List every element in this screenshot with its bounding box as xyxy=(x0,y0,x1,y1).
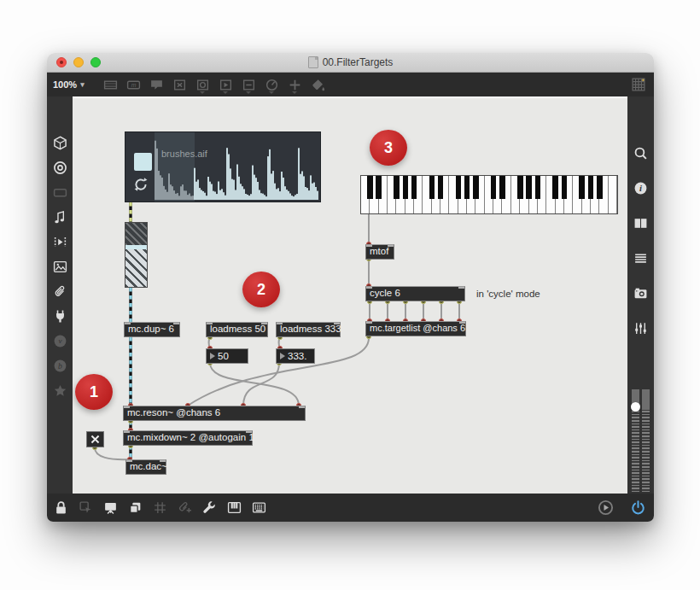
volume-knob[interactable] xyxy=(631,402,640,412)
svg-text:b: b xyxy=(58,361,62,371)
object-mc-dac[interactable]: mc.dac~ xyxy=(125,459,166,475)
paperclip-icon[interactable] xyxy=(53,284,67,299)
play-square-button[interactable] xyxy=(134,153,152,171)
black-key[interactable] xyxy=(403,176,409,199)
black-key[interactable] xyxy=(411,176,417,199)
black-key[interactable] xyxy=(473,176,479,199)
object-mtof[interactable]: mtof xyxy=(365,244,394,260)
select-region-icon[interactable] xyxy=(79,500,93,515)
cube-icon[interactable] xyxy=(53,136,67,150)
b-badge-icon[interactable]: b xyxy=(53,359,67,373)
star-icon[interactable] xyxy=(53,383,67,398)
black-key[interactable] xyxy=(535,176,541,199)
object-mc-targetlist[interactable]: mc.targetlist @chans 6 xyxy=(365,321,466,336)
black-key[interactable] xyxy=(597,176,603,199)
zoom-window-button[interactable] xyxy=(90,57,101,67)
object-mc-reson[interactable]: mc.reson~ @chans 6 xyxy=(123,406,306,421)
white-key[interactable] xyxy=(609,176,617,213)
gain-slider-object[interactable] xyxy=(125,222,148,288)
close-button[interactable] xyxy=(56,57,67,67)
new-dial-icon[interactable] xyxy=(265,78,279,92)
zoom-level-control[interactable]: 100% ▾ xyxy=(53,79,85,90)
music-note-icon[interactable] xyxy=(53,210,67,225)
black-key[interactable] xyxy=(517,176,523,199)
loop-icon[interactable] xyxy=(133,177,149,192)
screenshot-stage: 00.FilterTargets 100% ▾ m vb xyxy=(0,0,700,590)
black-key[interactable] xyxy=(491,176,497,199)
gain-slider-lower xyxy=(125,249,147,287)
object-palette-grid-icon[interactable] xyxy=(630,76,647,93)
minimize-button[interactable] xyxy=(73,57,84,67)
main-area: vb xyxy=(47,96,654,494)
window-title-text: 00.FilterTargets xyxy=(323,56,394,68)
keyboard-icon[interactable] xyxy=(252,500,266,515)
playlist-waveform-object[interactable]: brushes.aif xyxy=(125,131,321,202)
object-loadmess-333[interactable]: loadmess 333 xyxy=(276,322,341,337)
wrench-icon[interactable] xyxy=(202,500,217,515)
bottom-toolbar xyxy=(47,494,654,522)
black-key[interactable] xyxy=(562,176,568,199)
object-mc-mixdown[interactable]: mc.mixdown~ 2 @autogain 1 xyxy=(123,430,253,446)
black-key[interactable] xyxy=(579,176,585,199)
black-key[interactable] xyxy=(376,176,382,199)
columns-icon[interactable] xyxy=(633,216,648,231)
paint-theme-bucket-icon[interactable] xyxy=(311,78,325,92)
comment-cycle-mode[interactable]: in 'cycle' mode xyxy=(476,289,540,299)
black-key[interactable] xyxy=(456,176,462,199)
object-loadmess-50[interactable]: loadmess 50 xyxy=(206,322,268,337)
layers-icon[interactable] xyxy=(128,500,143,515)
black-key[interactable] xyxy=(438,176,444,199)
black-key[interactable] xyxy=(526,176,532,199)
paperclip-add-icon[interactable] xyxy=(178,500,192,515)
top-toolbar: 100% ▾ m xyxy=(47,73,654,96)
black-key[interactable] xyxy=(367,176,373,199)
traffic-lights xyxy=(56,57,101,67)
new-message-icon[interactable]: m xyxy=(126,78,141,92)
camera-icon[interactable] xyxy=(633,286,648,301)
audition-play-icon[interactable] xyxy=(598,499,614,516)
output-volume-slider[interactable] xyxy=(632,389,650,492)
new-object-icon[interactable] xyxy=(103,78,118,92)
black-key[interactable] xyxy=(552,176,558,199)
black-key[interactable] xyxy=(464,176,470,199)
new-toggle-icon[interactable] xyxy=(195,78,210,92)
v-badge-icon[interactable]: v xyxy=(53,334,67,348)
list-icon[interactable] xyxy=(633,251,648,266)
new-slider-icon[interactable] xyxy=(242,78,256,92)
patcher-canvas[interactable]: brushes.aif mc.dup~ 6 loadmess 50 loadme… xyxy=(73,96,627,494)
new-comment-icon[interactable] xyxy=(149,78,164,92)
black-key[interactable] xyxy=(588,176,594,199)
target-circle-icon[interactable] xyxy=(53,161,67,175)
image-icon[interactable] xyxy=(53,260,67,274)
black-key[interactable] xyxy=(394,176,400,199)
audio-file-label: brushes.aif xyxy=(161,149,207,159)
toggle-object[interactable] xyxy=(86,431,104,447)
number-box-333[interactable]: 333. xyxy=(276,348,315,364)
grid-icon[interactable] xyxy=(153,500,167,515)
add-more-objects-icon[interactable] xyxy=(288,78,302,92)
number-box-50[interactable]: 50 xyxy=(206,348,248,364)
presentation-icon[interactable] xyxy=(103,500,118,515)
new-playbar-icon[interactable] xyxy=(219,78,233,92)
info-icon[interactable]: i xyxy=(633,181,648,196)
search-icon[interactable] xyxy=(633,146,648,161)
zoom-level-value: 100% xyxy=(53,79,77,90)
kslider-keyboard-object[interactable] xyxy=(360,175,618,214)
window-frame-icon[interactable] xyxy=(53,185,67,200)
window-title: 00.FilterTargets xyxy=(308,56,394,68)
black-key[interactable] xyxy=(429,176,435,199)
svg-text:m: m xyxy=(131,82,136,88)
object-mc-dup[interactable]: mc.dup~ 6 xyxy=(124,322,180,337)
object-cycle[interactable]: cycle 6 xyxy=(365,286,465,301)
new-button-icon[interactable] xyxy=(172,78,187,92)
plug-icon[interactable] xyxy=(53,309,67,324)
gain-slider-upper xyxy=(125,223,147,245)
right-sidebar: i xyxy=(627,96,654,494)
video-playlist-icon[interactable] xyxy=(53,235,67,249)
black-key[interactable] xyxy=(499,176,505,199)
mixer-sliders-icon[interactable] xyxy=(633,321,648,336)
piano-keys-icon[interactable] xyxy=(227,500,242,515)
audio-power-icon[interactable] xyxy=(631,500,645,515)
right-sidebar-icons: i xyxy=(633,146,648,336)
lock-icon[interactable] xyxy=(54,500,68,515)
